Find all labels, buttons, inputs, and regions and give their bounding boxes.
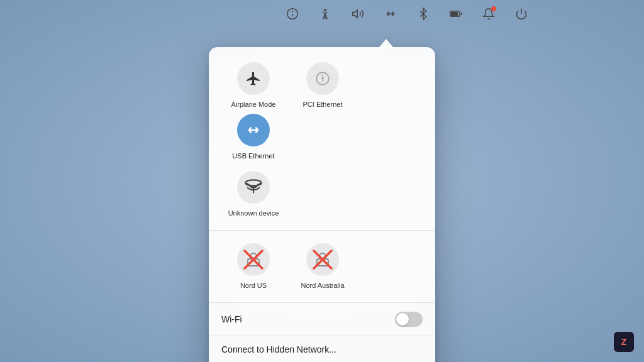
usb-ethernet-item[interactable]: USB Ethernet bbox=[219, 111, 288, 163]
connection-row-2: Unknown device bbox=[219, 168, 425, 220]
connect-hidden-network-label: Connect to Hidden Network... bbox=[221, 344, 336, 354]
zoom-badge-label: Z bbox=[621, 337, 627, 347]
dropdown-panel: Airplane Mode ? PCI Ethernet bbox=[209, 47, 435, 362]
connection-row-1: Airplane Mode ? PCI Ethernet bbox=[219, 60, 425, 163]
wifi-label: Wi-Fi bbox=[221, 314, 242, 324]
nord-australia-label: Nord Australia bbox=[301, 281, 344, 290]
battery-icon[interactable] bbox=[447, 5, 465, 23]
nord-us-label: Nord US bbox=[240, 281, 267, 290]
pci-ethernet-item[interactable]: ? PCI Ethernet bbox=[288, 60, 357, 111]
svg-point-13 bbox=[245, 180, 262, 185]
bluetooth-icon[interactable] bbox=[414, 5, 432, 23]
nord-australia-icon bbox=[306, 243, 339, 276]
nord-us-item[interactable]: Nord US bbox=[219, 241, 288, 292]
svg-rect-7 bbox=[452, 13, 458, 16]
accessibility-icon[interactable] bbox=[316, 5, 334, 23]
svg-marker-4 bbox=[353, 10, 358, 18]
nord-australia-item[interactable]: Nord Australia bbox=[288, 241, 357, 292]
notification-badge bbox=[491, 6, 496, 11]
power-icon[interactable] bbox=[513, 5, 530, 23]
menubar bbox=[170, 0, 644, 28]
info-icon[interactable] bbox=[284, 5, 301, 23]
dropdown-caret bbox=[379, 39, 394, 48]
unknown-device-label: Unknown device bbox=[228, 209, 279, 217]
connections-section: Airplane Mode ? PCI Ethernet bbox=[209, 47, 435, 231]
wifi-toggle-thumb bbox=[396, 313, 409, 326]
svg-text:?: ? bbox=[321, 75, 325, 82]
pci-ethernet-icon: ? bbox=[306, 62, 339, 95]
airplane-mode-icon bbox=[237, 62, 270, 95]
usb-ethernet-label: USB Ethernet bbox=[232, 151, 274, 160]
svg-rect-17 bbox=[317, 259, 328, 266]
airplane-mode-label: Airplane Mode bbox=[231, 100, 276, 109]
pci-ethernet-label: PCI Ethernet bbox=[303, 100, 343, 109]
notification-icon[interactable] bbox=[480, 5, 497, 23]
zoom-badge[interactable]: Z bbox=[614, 332, 634, 352]
usb-ethernet-icon bbox=[237, 114, 270, 146]
wifi-toggle[interactable] bbox=[395, 312, 423, 327]
wifi-section: Wi-Fi bbox=[209, 303, 435, 336]
svg-rect-14 bbox=[248, 259, 259, 266]
unknown-device-icon bbox=[237, 171, 270, 204]
connect-hidden-network-item[interactable]: Connect to Hidden Network... bbox=[209, 336, 435, 362]
network-icon[interactable] bbox=[382, 5, 399, 23]
airplane-mode-item[interactable]: Airplane Mode bbox=[219, 60, 288, 111]
volume-icon[interactable] bbox=[349, 5, 367, 23]
svg-point-3 bbox=[324, 9, 326, 11]
vpn-section: Nord US Nord Australia bbox=[209, 231, 435, 303]
unknown-device-item[interactable]: Unknown device bbox=[219, 168, 288, 220]
nord-us-icon bbox=[237, 243, 270, 276]
